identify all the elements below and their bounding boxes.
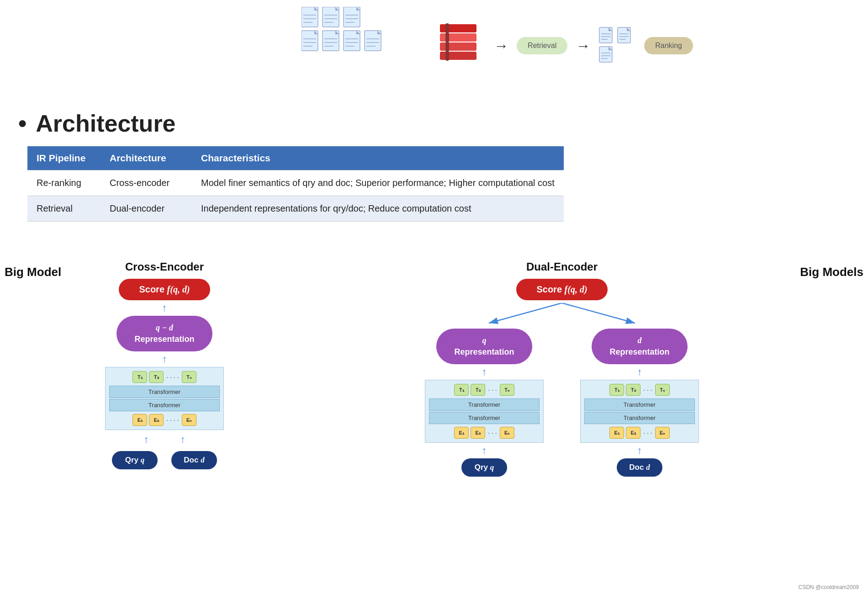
bullet: •	[18, 110, 26, 137]
cross-encoder-doc-btn: Doc d	[171, 451, 217, 469]
cross-encoder-diagram: Cross-Encoder Score f(q, d) ↑ q − dRepre…	[64, 260, 265, 469]
row2-architecture: Dual-encoder	[101, 196, 192, 222]
embed-row: E₁ E₂ · · · · Eₙ	[107, 412, 222, 428]
arrow-qry: ↑	[142, 435, 151, 445]
col-header-pipeline: IR Pipeline	[27, 146, 101, 170]
dual-repr-row: qRepresentation ↑ T₁ T₂ · · · Tₙ Transfo…	[425, 329, 699, 477]
d-arrow-up: ↑	[635, 367, 644, 377]
row1-characteristics: Model finer semantics of qry and doc; Su…	[192, 170, 564, 196]
arrow-doc: ↑	[178, 435, 187, 445]
d-input-btn: Doc d	[617, 458, 662, 477]
arrow-score-to-repr: ↑	[160, 303, 169, 313]
cross-encoder-inputs: Qry q Doc d	[112, 451, 217, 469]
col-header-architecture: Architecture	[101, 146, 192, 170]
q-transformer-layer-2: Transformer	[429, 412, 540, 424]
cross-encoder-transformer-stack: T₁ T₂ · · · · Tₙ Transformer Transformer…	[105, 367, 224, 430]
d-repr-box: dRepresentation	[592, 329, 688, 364]
watermark: CSDN @cooldream2009	[799, 584, 859, 590]
row1-pipeline: Re-ranking	[27, 170, 101, 196]
pipeline-arrow-1: →	[494, 37, 508, 54]
q-transformer-layer-1: Transformer	[429, 398, 540, 411]
svg-rect-6	[445, 42, 449, 52]
transformer-layer-2: Transformer	[109, 399, 220, 411]
svg-line-49	[489, 303, 562, 323]
col-header-characteristics: Characteristics	[192, 146, 564, 170]
d-transformer-layer-1: Transformer	[584, 398, 695, 411]
q-repr-box: qRepresentation	[436, 329, 532, 364]
embed-e1: E₁	[132, 414, 147, 426]
svg-rect-5	[445, 32, 449, 42]
svg-rect-7	[445, 51, 449, 61]
dual-encoder-score: Score f(q, d)	[516, 279, 608, 300]
dual-score-arrows-svg	[425, 303, 699, 326]
retrieval-label: Retrieval	[528, 42, 556, 49]
embed-en: Eₙ	[182, 414, 196, 426]
cross-encoder-qry-btn: Qry q	[112, 451, 158, 469]
cross-encoder-score: Score f(q, d)	[119, 279, 210, 300]
cross-encoder-repr: q − dRepresentation	[116, 316, 212, 351]
transformer-layer-1: Transformer	[109, 386, 220, 398]
q-input-arrow: ↑	[480, 446, 489, 456]
database-icon	[435, 20, 481, 72]
d-input-arrow: ↑	[635, 446, 644, 456]
token-tn: Tₙ	[182, 371, 196, 383]
doc-group-large	[302, 7, 393, 54]
dual-encoder-stack: Score f(q, d) qRepresentation	[311, 279, 813, 477]
row1-architecture: Cross-encoder	[101, 170, 192, 196]
d-side: dRepresentation ↑ T₁ T₂ · · · Tₙ Transfo…	[580, 329, 699, 477]
ranking-button[interactable]: Ranking	[644, 37, 693, 54]
embed-e2: E₂	[149, 414, 164, 426]
row2-pipeline: Retrieval	[27, 196, 101, 222]
row2-characteristics: Independent representations for qry/doc;…	[192, 196, 564, 222]
q-arrow-up: ↑	[480, 367, 489, 377]
embed-dots: · · · ·	[165, 414, 180, 426]
retrieval-button[interactable]: Retrieval	[517, 37, 567, 54]
dual-encoder-title: Dual-Encoder	[311, 260, 813, 273]
cross-encoder-stack: Score f(q, d) ↑ q − dRepresentation ↑ T₁…	[64, 279, 265, 469]
svg-rect-4	[445, 23, 449, 33]
table-row: Re-ranking Cross-encoder Model finer sem…	[27, 170, 564, 196]
pipeline-arrow-2: →	[576, 37, 590, 54]
big-model-label: Big Model	[5, 265, 61, 279]
architecture-table: IR Pipeline Architecture Characteristics…	[27, 146, 564, 222]
arrow-repr-to-transformer: ↑	[160, 354, 169, 364]
q-input-btn: Qry q	[461, 458, 507, 477]
table-row: Retrieval Dual-encoder Independent repre…	[27, 196, 564, 222]
d-transformer-layer-2: Transformer	[584, 412, 695, 424]
token-row: T₁ T₂ · · · · Tₙ	[107, 369, 222, 385]
svg-line-50	[562, 303, 635, 323]
architecture-title: Architecture	[36, 110, 175, 137]
dual-encoder-diagram: Dual-Encoder Score f(q, d)	[311, 260, 813, 477]
architecture-heading: • Architecture	[18, 110, 176, 137]
q-transformer-stack: T₁ T₂ · · · Tₙ Transformer Transformer E…	[425, 380, 544, 443]
d-transformer-stack: T₁ T₂ · · · Tₙ Transformer Transformer E…	[580, 380, 699, 443]
cross-encoder-title: Cross-Encoder	[64, 260, 265, 273]
token-t2: T₂	[149, 371, 164, 383]
token-dots: · · · ·	[165, 371, 180, 383]
q-side: qRepresentation ↑ T₁ T₂ · · · Tₙ Transfo…	[425, 329, 544, 477]
doc-group-small	[598, 27, 635, 65]
token-t1: T₁	[132, 371, 147, 383]
ranking-label: Ranking	[655, 42, 682, 49]
